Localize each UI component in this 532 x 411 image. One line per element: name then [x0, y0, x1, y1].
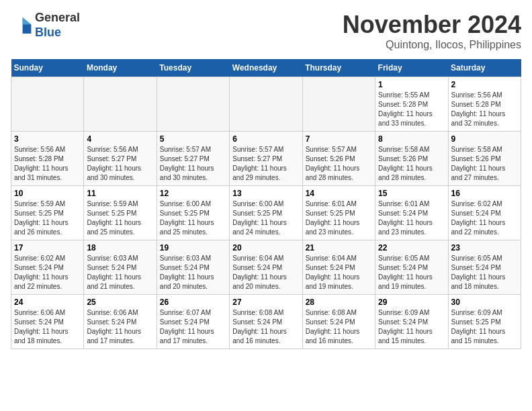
- day-number: 24: [14, 298, 81, 307]
- day-info: Sunrise: 6:03 AM Sunset: 5:24 PM Dayligh…: [87, 254, 153, 291]
- day-number: 17: [14, 243, 81, 253]
- calendar-cell: 30Sunrise: 6:09 AM Sunset: 5:25 PM Dayli…: [448, 295, 521, 349]
- day-number: 12: [160, 189, 226, 198]
- week-row-2: 3Sunrise: 5:56 AM Sunset: 5:28 PM Daylig…: [11, 132, 521, 186]
- calendar-cell: 20Sunrise: 6:04 AM Sunset: 5:24 PM Dayli…: [230, 240, 302, 295]
- day-info: Sunrise: 6:09 AM Sunset: 5:24 PM Dayligh…: [378, 308, 445, 346]
- day-info: Sunrise: 5:58 AM Sunset: 5:26 PM Dayligh…: [451, 145, 518, 183]
- calendar-cell: 15Sunrise: 6:01 AM Sunset: 5:24 PM Dayli…: [375, 186, 448, 240]
- calendar-cell: 6Sunrise: 5:57 AM Sunset: 5:27 PM Daylig…: [230, 132, 302, 186]
- day-number: 11: [87, 189, 153, 198]
- logo-blue: Blue: [35, 26, 80, 40]
- week-row-3: 10Sunrise: 5:59 AM Sunset: 5:25 PM Dayli…: [11, 186, 521, 240]
- day-number: 8: [378, 134, 445, 144]
- calendar-cell: 13Sunrise: 6:00 AM Sunset: 5:25 PM Dayli…: [230, 186, 302, 240]
- day-number: 2: [451, 80, 518, 89]
- day-info: Sunrise: 6:08 AM Sunset: 5:24 PM Dayligh…: [306, 308, 372, 346]
- day-info: Sunrise: 6:00 AM Sunset: 5:25 PM Dayligh…: [232, 199, 299, 237]
- calendar-cell: 3Sunrise: 5:56 AM Sunset: 5:28 PM Daylig…: [11, 132, 84, 186]
- calendar-cell: 8Sunrise: 5:58 AM Sunset: 5:26 PM Daylig…: [375, 132, 448, 186]
- calendar-cell: 12Sunrise: 6:00 AM Sunset: 5:25 PM Dayli…: [157, 186, 229, 240]
- day-info: Sunrise: 6:04 AM Sunset: 5:24 PM Dayligh…: [232, 254, 299, 291]
- day-number: 3: [14, 134, 81, 144]
- day-number: 5: [160, 134, 226, 144]
- day-info: Sunrise: 5:57 AM Sunset: 5:27 PM Dayligh…: [232, 145, 299, 183]
- day-info: Sunrise: 5:57 AM Sunset: 5:26 PM Dayligh…: [306, 145, 372, 183]
- day-info: Sunrise: 6:02 AM Sunset: 5:24 PM Dayligh…: [14, 254, 81, 291]
- day-info: Sunrise: 5:59 AM Sunset: 5:25 PM Dayligh…: [14, 199, 81, 237]
- day-number: 27: [232, 298, 299, 307]
- title-area: November 2024 Quintong, Ilocos, Philippi…: [343, 11, 521, 51]
- calendar-cell: 5Sunrise: 5:57 AM Sunset: 5:27 PM Daylig…: [157, 132, 229, 186]
- day-info: Sunrise: 5:55 AM Sunset: 5:28 PM Dayligh…: [378, 91, 445, 128]
- day-number: 25: [87, 298, 153, 307]
- day-number: 14: [306, 189, 372, 198]
- calendar-cell: 27Sunrise: 6:08 AM Sunset: 5:24 PM Dayli…: [230, 295, 302, 349]
- day-number: 15: [378, 189, 445, 198]
- calendar-cell: 26Sunrise: 6:07 AM Sunset: 5:24 PM Dayli…: [157, 295, 229, 349]
- calendar-cell: 10Sunrise: 5:59 AM Sunset: 5:25 PM Dayli…: [11, 186, 84, 240]
- calendar-cell: 18Sunrise: 6:03 AM Sunset: 5:24 PM Dayli…: [84, 240, 157, 295]
- calendar-cell: 29Sunrise: 6:09 AM Sunset: 5:24 PM Dayli…: [375, 295, 448, 349]
- day-info: Sunrise: 6:05 AM Sunset: 5:24 PM Dayligh…: [378, 254, 445, 291]
- day-number: 18: [87, 243, 153, 253]
- day-number: 30: [451, 298, 518, 307]
- day-info: Sunrise: 5:57 AM Sunset: 5:27 PM Dayligh…: [160, 145, 226, 183]
- day-info: Sunrise: 6:08 AM Sunset: 5:24 PM Dayligh…: [232, 308, 299, 346]
- day-info: Sunrise: 6:05 AM Sunset: 5:24 PM Dayligh…: [451, 254, 518, 291]
- calendar-cell: 9Sunrise: 5:58 AM Sunset: 5:26 PM Daylig…: [448, 132, 521, 186]
- day-number: 23: [451, 243, 518, 253]
- weekday-header-thursday: Thursday: [302, 59, 375, 77]
- location: Quintong, Ilocos, Philippines: [343, 39, 521, 51]
- day-info: Sunrise: 5:59 AM Sunset: 5:25 PM Dayligh…: [87, 199, 153, 237]
- calendar-cell: [302, 77, 375, 132]
- day-info: Sunrise: 6:06 AM Sunset: 5:24 PM Dayligh…: [14, 308, 81, 346]
- day-number: 10: [14, 189, 81, 198]
- week-row-5: 24Sunrise: 6:06 AM Sunset: 5:24 PM Dayli…: [11, 295, 521, 349]
- day-number: 20: [232, 243, 299, 253]
- calendar-cell: 21Sunrise: 6:04 AM Sunset: 5:24 PM Dayli…: [302, 240, 375, 295]
- weekday-header-tuesday: Tuesday: [157, 59, 229, 77]
- day-info: Sunrise: 6:09 AM Sunset: 5:25 PM Dayligh…: [451, 308, 518, 346]
- calendar-cell: [230, 77, 302, 132]
- day-info: Sunrise: 5:56 AM Sunset: 5:27 PM Dayligh…: [87, 145, 153, 183]
- day-info: Sunrise: 6:02 AM Sunset: 5:24 PM Dayligh…: [451, 199, 518, 237]
- day-info: Sunrise: 6:07 AM Sunset: 5:24 PM Dayligh…: [160, 308, 226, 346]
- calendar-cell: 28Sunrise: 6:08 AM Sunset: 5:24 PM Dayli…: [302, 295, 375, 349]
- day-number: 1: [378, 80, 445, 89]
- calendar-table: SundayMondayTuesdayWednesdayThursdayFrid…: [11, 59, 521, 349]
- day-number: 22: [378, 243, 445, 253]
- day-info: Sunrise: 6:06 AM Sunset: 5:24 PM Dayligh…: [87, 308, 153, 346]
- calendar-cell: 17Sunrise: 6:02 AM Sunset: 5:24 PM Dayli…: [11, 240, 84, 295]
- logo-icon: [11, 15, 32, 36]
- weekday-header-saturday: Saturday: [448, 59, 521, 77]
- day-info: Sunrise: 5:56 AM Sunset: 5:28 PM Dayligh…: [14, 145, 81, 183]
- weekday-header-sunday: Sunday: [11, 59, 84, 77]
- calendar-cell: 16Sunrise: 6:02 AM Sunset: 5:24 PM Dayli…: [448, 186, 521, 240]
- calendar-cell: 14Sunrise: 6:01 AM Sunset: 5:25 PM Dayli…: [302, 186, 375, 240]
- month-title: November 2024: [343, 11, 521, 39]
- weekday-header-monday: Monday: [84, 59, 157, 77]
- day-number: 29: [378, 298, 445, 307]
- calendar-cell: 25Sunrise: 6:06 AM Sunset: 5:24 PM Dayli…: [84, 295, 157, 349]
- day-info: Sunrise: 6:00 AM Sunset: 5:25 PM Dayligh…: [160, 199, 226, 237]
- day-info: Sunrise: 6:03 AM Sunset: 5:24 PM Dayligh…: [160, 254, 226, 291]
- calendar-cell: 1Sunrise: 5:55 AM Sunset: 5:28 PM Daylig…: [375, 77, 448, 132]
- day-number: 26: [160, 298, 226, 307]
- day-number: 6: [232, 134, 299, 144]
- day-info: Sunrise: 5:56 AM Sunset: 5:28 PM Dayligh…: [451, 91, 518, 128]
- calendar-cell: 7Sunrise: 5:57 AM Sunset: 5:26 PM Daylig…: [302, 132, 375, 186]
- day-number: 19: [160, 243, 226, 253]
- weekday-header-row: SundayMondayTuesdayWednesdayThursdayFrid…: [11, 59, 521, 77]
- day-number: 7: [306, 134, 372, 144]
- day-number: 9: [451, 134, 518, 144]
- calendar-cell: 23Sunrise: 6:05 AM Sunset: 5:24 PM Dayli…: [448, 240, 521, 295]
- calendar-cell: 19Sunrise: 6:03 AM Sunset: 5:24 PM Dayli…: [157, 240, 229, 295]
- day-number: 16: [451, 189, 518, 198]
- day-number: 21: [306, 243, 372, 253]
- header: General Blue November 2024 Quintong, Ilo…: [11, 11, 521, 51]
- calendar-cell: 2Sunrise: 5:56 AM Sunset: 5:28 PM Daylig…: [448, 77, 521, 132]
- day-number: 13: [232, 189, 299, 198]
- calendar-cell: 11Sunrise: 5:59 AM Sunset: 5:25 PM Dayli…: [84, 186, 157, 240]
- day-info: Sunrise: 6:01 AM Sunset: 5:24 PM Dayligh…: [378, 199, 445, 237]
